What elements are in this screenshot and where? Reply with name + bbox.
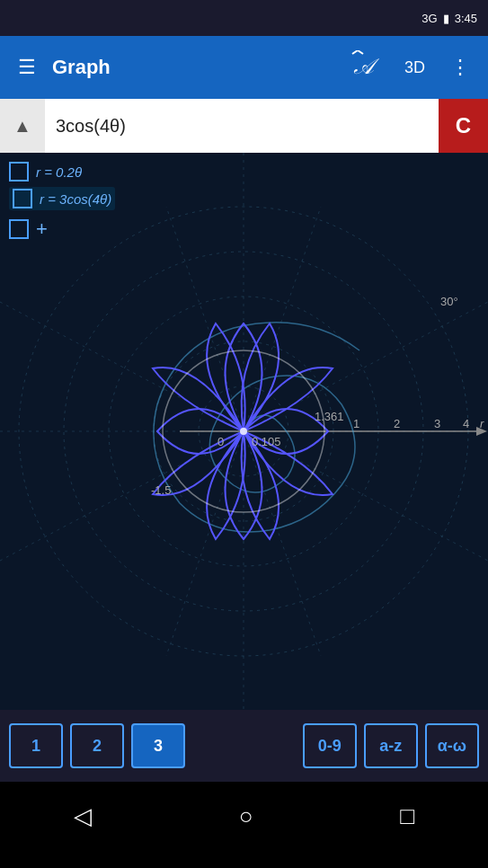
kb-btn-09[interactable]: 0-9 (303, 723, 357, 768)
svg-point-31 (240, 428, 247, 435)
eq1-checkbox[interactable] (9, 162, 29, 182)
clear-button[interactable]: C (439, 99, 488, 153)
kb-btn-aw[interactable]: α-ω (425, 723, 479, 768)
menu-icon[interactable]: ☰ (11, 49, 43, 86)
clear-label: C (456, 113, 471, 138)
battery-icon: ▮ (443, 12, 449, 25)
add-equation-row: + (9, 217, 115, 241)
svg-line-14 (244, 207, 321, 431)
svg-text:r: r (480, 417, 484, 430)
svg-line-17 (244, 431, 321, 656)
input-bar: ▲ C (0, 99, 488, 153)
svg-text:4: 4 (463, 417, 469, 430)
back-button[interactable]: ◁ (74, 802, 92, 830)
kb-btn-1[interactable]: 1 (9, 723, 63, 768)
eq2-checkbox[interactable] (13, 189, 32, 208)
add-equation-icon[interactable]: + (36, 217, 48, 241)
home-button[interactable]: ○ (239, 802, 253, 830)
3d-button[interactable]: 3D (395, 51, 434, 84)
svg-text:3: 3 (434, 417, 440, 430)
svg-line-2 (358, 50, 363, 54)
svg-text:𝒜: 𝒜 (353, 55, 379, 78)
status-icons: 3G ▮ 3:45 (421, 12, 477, 25)
equation-item-2: r = 3cos(4θ) (9, 187, 115, 210)
recents-button[interactable]: □ (400, 802, 414, 830)
signal-icon: 3G (421, 12, 437, 25)
equation-list: r = 0.2θ r = 3cos(4θ) + (9, 162, 115, 241)
collapse-icon: ▲ (13, 116, 31, 137)
eq1-text: r = 0.2θ (36, 164, 82, 180)
svg-text:-1.5: -1.5 (151, 483, 171, 497)
add-eq-checkbox[interactable] (9, 219, 29, 239)
bottom-bar: 1 2 3 0-9 a-z α-ω (0, 710, 488, 782)
equation-input[interactable] (45, 99, 439, 153)
svg-line-1 (352, 50, 358, 54)
time-display: 3:45 (455, 12, 477, 25)
svg-text:2: 2 (394, 417, 400, 430)
kb-btn-2[interactable]: 2 (70, 723, 124, 768)
svg-line-16 (166, 207, 244, 431)
status-bar: 3G ▮ 3:45 (0, 0, 488, 36)
svg-line-15 (166, 431, 244, 656)
eq2-text: r = 3cos(4θ) (40, 191, 111, 207)
more-options-icon[interactable]: ⋮ (443, 49, 477, 86)
svg-text:30°: 30° (440, 295, 458, 308)
collapse-button[interactable]: ▲ (0, 99, 45, 153)
svg-text:0: 0 (217, 435, 224, 448)
kb-btn-3[interactable]: 3 (131, 723, 185, 768)
svg-text:1.361: 1.361 (315, 410, 344, 423)
svg-text:1: 1 (353, 417, 359, 430)
graph-type-icon[interactable]: 𝒜 (343, 43, 386, 92)
equation-item-1: r = 0.2θ (9, 162, 115, 182)
svg-text:0.105: 0.105 (252, 435, 281, 448)
page-title: Graph (52, 56, 334, 79)
android-nav-bar: ◁ ○ □ (0, 782, 488, 850)
nav-bar: ☰ Graph 𝒜 3D ⋮ (0, 36, 488, 99)
graph-area[interactable]: 1 2 3 4 r 0 0.105 1.361 -1.5 30° r = 0.2… (0, 153, 488, 710)
kb-btn-az[interactable]: a-z (364, 723, 418, 768)
